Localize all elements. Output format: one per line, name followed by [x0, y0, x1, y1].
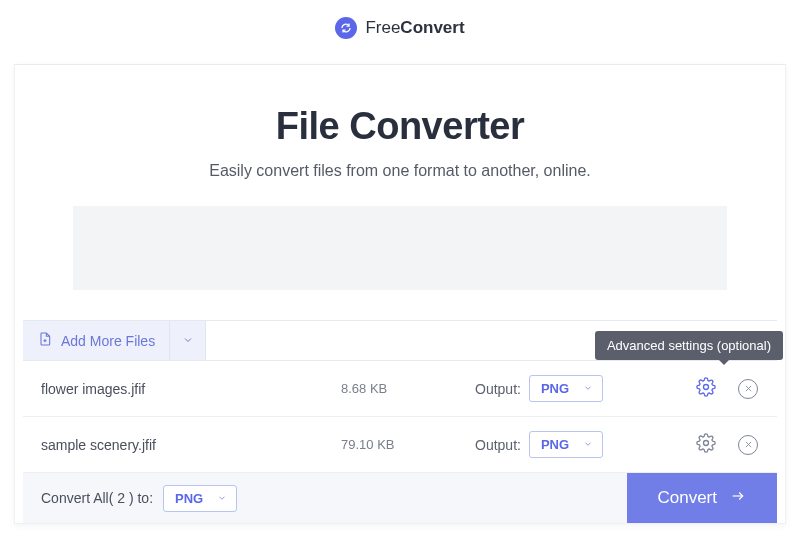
format-value: PNG	[175, 491, 203, 506]
remove-file-button[interactable]	[737, 434, 759, 456]
chevron-down-icon	[182, 332, 194, 350]
convert-all-label: Convert All( 2 ) to:	[41, 490, 153, 506]
format-value: PNG	[541, 381, 569, 396]
main-panel: File Converter Easily convert files from…	[14, 64, 786, 524]
convert-all-group: Convert All( 2 ) to: PNG	[23, 473, 237, 523]
file-size: 8.68 KB	[341, 381, 451, 396]
file-size: 79.10 KB	[341, 437, 451, 452]
remove-file-button[interactable]	[737, 378, 759, 400]
output-group: Output: PNG	[475, 431, 603, 458]
page-subtitle: Easily convert files from one format to …	[15, 162, 785, 180]
file-row: Advanced settings (optional) flower imag…	[23, 361, 777, 417]
add-more-dropdown-button[interactable]	[170, 321, 206, 360]
advanced-settings-button[interactable]	[695, 378, 717, 400]
gear-icon	[696, 377, 716, 401]
svg-point-3	[704, 440, 709, 445]
arrow-right-icon	[729, 488, 747, 508]
file-name: flower images.jfif	[41, 381, 341, 397]
chevron-down-icon	[217, 491, 227, 506]
format-select[interactable]: PNG	[529, 375, 603, 402]
chevron-down-icon	[583, 381, 593, 396]
file-name: sample scenery.jfif	[41, 437, 341, 453]
tooltip-advanced-settings: Advanced settings (optional)	[595, 331, 783, 360]
convert-button[interactable]: Convert	[627, 473, 777, 523]
output-label: Output:	[475, 381, 521, 397]
format-value: PNG	[541, 437, 569, 452]
output-label: Output:	[475, 437, 521, 453]
file-row: sample scenery.jfif 79.10 KB Output: PNG	[23, 417, 777, 473]
chevron-down-icon	[583, 437, 593, 452]
add-more-files-label: Add More Files	[61, 333, 155, 349]
top-bar: FreeConvert	[0, 0, 800, 56]
refresh-icon	[335, 17, 357, 39]
format-select[interactable]: PNG	[529, 431, 603, 458]
file-plus-icon	[37, 331, 53, 350]
ad-placeholder	[73, 206, 727, 290]
convert-all-format-select[interactable]: PNG	[163, 485, 237, 512]
close-icon	[738, 435, 758, 455]
advanced-settings-button[interactable]	[695, 434, 717, 456]
gear-icon	[696, 433, 716, 457]
svg-point-0	[704, 384, 709, 389]
convert-button-label: Convert	[657, 488, 717, 508]
logo-text: FreeConvert	[365, 18, 464, 38]
logo[interactable]: FreeConvert	[335, 17, 464, 39]
page-title: File Converter	[15, 105, 785, 148]
output-group: Output: PNG	[475, 375, 603, 402]
close-icon	[738, 379, 758, 399]
footer-bar: Convert All( 2 ) to: PNG Convert	[23, 473, 777, 523]
add-more-files-button[interactable]: Add More Files	[23, 321, 170, 360]
